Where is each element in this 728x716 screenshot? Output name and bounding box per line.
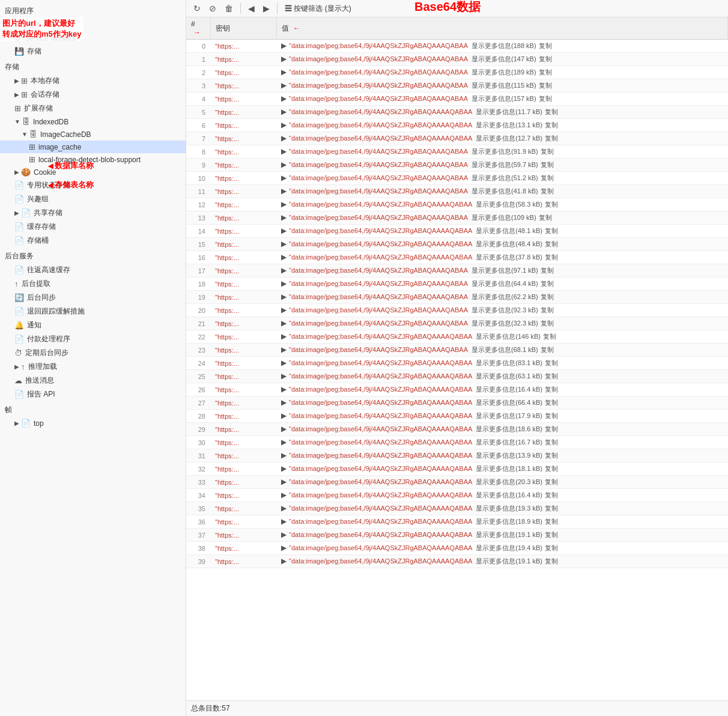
sidebar-item-periodic-sync[interactable]: ⏱ 定期后台同步	[0, 346, 186, 360]
copy-button[interactable]: 复制	[545, 108, 558, 117]
copy-button[interactable]: 复制	[539, 41, 552, 50]
show-more-link[interactable]: 显示更多信息(48.4 kB)	[476, 240, 542, 247]
show-more-link[interactable]: 显示更多信息(59.7 kB)	[472, 161, 538, 168]
show-more-link[interactable]: 显示更多信息(16.7 kB)	[476, 438, 542, 446]
table-row[interactable]: 33"https:...▶"data:image/jpeg;base64,/9j…	[186, 476, 728, 489]
value-expand-icon[interactable]: ▶	[281, 41, 287, 50]
sidebar-item-payment-handler[interactable]: 📄 付款处理程序	[0, 332, 186, 346]
row-key[interactable]: "https:...	[210, 449, 276, 463]
sidebar-item-background-fetch[interactable]: ↑ 后台提取	[0, 277, 186, 291]
show-more-link[interactable]: 显示更多信息(91.9 kB)	[472, 148, 538, 155]
copy-button[interactable]: 复制	[545, 491, 558, 500]
cancel-button[interactable]: ⊘	[207, 2, 219, 14]
copy-button[interactable]: 复制	[539, 68, 552, 77]
sidebar-item-top[interactable]: ▶ 📄 top	[0, 417, 186, 429]
copy-button[interactable]: 复制	[545, 372, 558, 381]
sidebar-item-imagecachedb[interactable]: ▼ 🗄 ImageCacheDB	[0, 128, 186, 141]
row-key[interactable]: "https:...	[210, 304, 276, 317]
show-more-link[interactable]: 显示更多信息(11.7 kB)	[476, 108, 542, 115]
table-row[interactable]: 34"https:...▶"data:image/jpeg;base64,/9j…	[186, 489, 728, 502]
row-key[interactable]: "https:...	[210, 330, 276, 344]
value-expand-icon[interactable]: ▶	[281, 530, 287, 539]
sidebar-item-ext-storage[interactable]: ⊞ 扩展存储	[0, 102, 186, 115]
copy-button[interactable]: 复制	[541, 187, 554, 196]
row-key[interactable]: "https:...	[210, 93, 276, 106]
value-expand-icon[interactable]: ▶	[281, 160, 287, 169]
row-key[interactable]: "https:...	[210, 119, 276, 132]
show-more-link[interactable]: 显示更多信息(189 kB)	[472, 68, 536, 76]
prev-button[interactable]: ◀	[246, 2, 257, 14]
copy-button[interactable]: 复制	[541, 319, 554, 328]
copy-button[interactable]: 复制	[545, 464, 558, 473]
table-row[interactable]: 1"https:...▶"data:image/jpeg;base64,/9j/…	[186, 53, 728, 66]
sidebar-item-indexeddb[interactable]: ▼ 🗄 IndexedDB	[0, 115, 186, 128]
row-key[interactable]: "https:...	[210, 238, 276, 251]
sidebar-item-speculative-load[interactable]: ▶ ↑ 推理加载	[0, 360, 186, 374]
value-expand-icon[interactable]: ▶	[281, 279, 287, 288]
copy-button[interactable]: 复制	[545, 398, 558, 407]
table-row[interactable]: 35"https:...▶"data:image/jpeg;base64,/9j…	[186, 502, 728, 515]
sidebar-item-storage-save[interactable]: 💾 存储	[0, 44, 186, 58]
show-more-link[interactable]: 显示更多信息(48.1 kB)	[476, 227, 542, 234]
value-expand-icon[interactable]: ▶	[281, 226, 287, 235]
sidebar-item-cache-storage[interactable]: 📄 缓存存储	[0, 220, 186, 234]
value-expand-icon[interactable]: ▶	[281, 398, 287, 407]
value-expand-icon[interactable]: ▶	[281, 147, 287, 156]
table-row[interactable]: 37"https:...▶"data:image/jpeg;base64,/9j…	[186, 529, 728, 542]
row-key[interactable]: "https:...	[210, 66, 276, 79]
row-key[interactable]: "https:...	[210, 489, 276, 502]
show-more-link[interactable]: 显示更多信息(62.2 kB)	[472, 293, 538, 300]
table-row[interactable]: 27"https:...▶"data:image/jpeg;base64,/9j…	[186, 396, 728, 410]
show-more-link[interactable]: 显示更多信息(157 kB)	[472, 95, 536, 102]
table-row[interactable]: 9"https:...▶"data:image/jpeg;base64,/9j/…	[186, 159, 728, 172]
show-more-link[interactable]: 显示更多信息(92.3 kB)	[472, 306, 538, 314]
sidebar-item-shared-storage[interactable]: ▶ 📄 共享存储	[0, 206, 186, 220]
row-key[interactable]: "https:...	[210, 515, 276, 529]
value-expand-icon[interactable]: ▶	[281, 55, 287, 63]
copy-button[interactable]: 复制	[545, 504, 558, 513]
table-row[interactable]: 19"https:...▶"data:image/jpeg;base64,/9j…	[186, 291, 728, 304]
show-more-link[interactable]: 显示更多信息(13.1 kB)	[476, 121, 542, 129]
table-row[interactable]: 30"https:...▶"data:image/jpeg;base64,/9j…	[186, 436, 728, 449]
show-more-link[interactable]: 显示更多信息(51.2 kB)	[472, 174, 538, 181]
copy-button[interactable]: 复制	[545, 438, 558, 447]
sidebar-item-cookie[interactable]: ▶ 🍪 Cookie	[0, 166, 186, 178]
value-expand-icon[interactable]: ▶	[281, 411, 287, 420]
show-more-link[interactable]: 显示更多信息(41.8 kB)	[472, 187, 538, 195]
copy-button[interactable]: 复制	[541, 345, 554, 354]
table-row[interactable]: 38"https:...▶"data:image/jpeg;base64,/9j…	[186, 542, 728, 555]
row-key[interactable]: "https:...	[210, 529, 276, 542]
table-row[interactable]: 10"https:...▶"data:image/jpeg;base64,/9j…	[186, 172, 728, 185]
sidebar-item-local-forage[interactable]: ⊞ local-forage-detect-blob-support	[0, 153, 186, 166]
value-expand-icon[interactable]: ▶	[281, 213, 287, 222]
table-row[interactable]: 0"https:...▶"data:image/jpeg;base64,/9j/…	[186, 40, 728, 53]
show-more-link[interactable]: 显示更多信息(115 kB)	[472, 82, 536, 89]
copy-button[interactable]: 复制	[545, 134, 558, 143]
row-key[interactable]: "https:...	[210, 396, 276, 410]
table-row[interactable]: 25"https:...▶"data:image/jpeg;base64,/9j…	[186, 370, 728, 383]
sidebar-item-image-cache[interactable]: ⊞ image_cache	[0, 141, 186, 153]
table-row[interactable]: 23"https:...▶"data:image/jpeg;base64,/9j…	[186, 344, 728, 357]
copy-button[interactable]: 复制	[545, 478, 558, 487]
copy-button[interactable]: 复制	[545, 530, 558, 539]
show-more-link[interactable]: 显示更多信息(18.1 kB)	[476, 465, 542, 472]
value-expand-icon[interactable]: ▶	[281, 517, 287, 526]
value-expand-icon[interactable]: ▶	[281, 557, 287, 565]
col-val-header[interactable]: 值 ←	[276, 17, 728, 40]
show-more-link[interactable]: 显示更多信息(188 kB)	[472, 42, 536, 49]
row-key[interactable]: "https:...	[210, 410, 276, 423]
value-expand-icon[interactable]: ▶	[281, 266, 287, 275]
sidebar-item-back-cache[interactable]: 📄 往返高速缓存	[0, 263, 186, 277]
table-row[interactable]: 7"https:...▶"data:image/jpeg;base64,/9j/…	[186, 132, 728, 145]
table-row[interactable]: 18"https:...▶"data:image/jpeg;base64,/9j…	[186, 278, 728, 291]
show-more-link[interactable]: 显示更多信息(18.6 kB)	[476, 425, 542, 432]
copy-button[interactable]: 复制	[539, 94, 552, 103]
copy-button[interactable]: 复制	[541, 266, 554, 275]
refresh-button[interactable]: ↻	[191, 2, 203, 14]
row-key[interactable]: "https:...	[210, 463, 276, 476]
show-more-link[interactable]: 显示更多信息(146 kB)	[476, 333, 541, 340]
sidebar-item-background-sync[interactable]: 🔄 后台同步	[0, 291, 186, 305]
row-key[interactable]: "https:...	[210, 383, 276, 396]
show-more-link[interactable]: 显示更多信息(66.4 kB)	[476, 399, 542, 406]
copy-button[interactable]: 复制	[539, 213, 552, 222]
